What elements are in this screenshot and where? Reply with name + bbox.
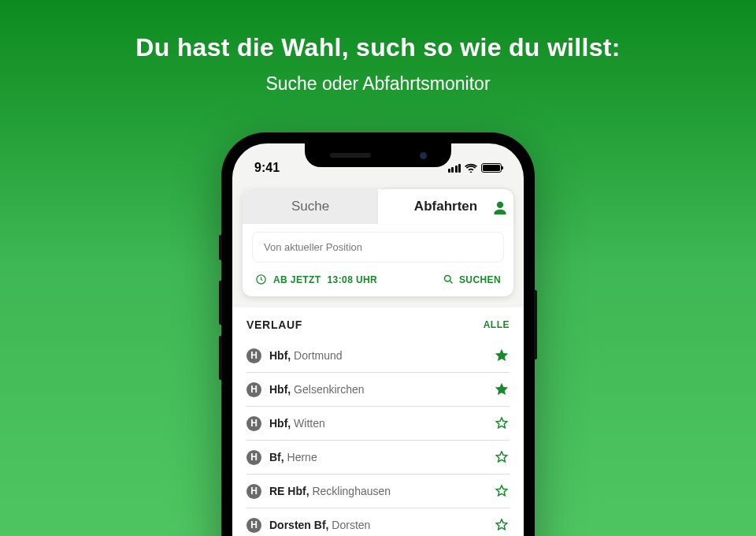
favorite-star-button[interactable]	[494, 517, 510, 533]
favorite-star-button[interactable]	[494, 483, 510, 499]
promo-headline: Du hast die Wahl, such so wie du willst:	[0, 0, 756, 62]
phone-screen: 9:41 Suche Abfahrten Von aktueller Posit…	[232, 143, 524, 536]
favorite-star-button[interactable]	[494, 348, 510, 363]
stop-badge-icon: H	[246, 518, 261, 533]
wifi-icon	[465, 163, 477, 173]
search-button-label: SUCHEN	[459, 274, 501, 285]
history-item[interactable]: HHbf, Gelsenkirchen	[246, 373, 510, 407]
favorite-star-button[interactable]	[494, 415, 510, 431]
phone-power-button	[534, 290, 537, 359]
search-icon	[443, 274, 454, 285]
svg-point-1	[444, 276, 450, 282]
history-section: VERLAUF ALLE HHbf, DortmundHHbf, Gelsenk…	[232, 307, 524, 536]
phone-volume-down	[219, 336, 222, 380]
phone-frame: 9:41 Suche Abfahrten Von aktueller Posit…	[221, 132, 535, 536]
history-title: VERLAUF	[246, 318, 302, 331]
stop-badge-icon: H	[246, 382, 261, 397]
search-card: Suche Abfahrten Von aktueller Position A…	[243, 189, 513, 296]
tab-search[interactable]: Suche	[243, 189, 378, 224]
promo-subheadline: Suche oder Abfahrtsmonitor	[0, 73, 756, 95]
history-item-label: Bf, Herne	[269, 451, 486, 463]
profile-button[interactable]	[484, 195, 516, 221]
favorite-star-button[interactable]	[494, 449, 510, 465]
history-item[interactable]: HHbf, Dortmund	[246, 339, 510, 373]
time-selector[interactable]: AB JETZT 13:08 UHR	[255, 274, 377, 285]
person-icon	[492, 200, 508, 216]
history-item-label: RE Hbf, Recklinghausen	[269, 485, 486, 497]
clock-icon	[255, 274, 267, 285]
signal-icon	[448, 164, 461, 173]
phone-volume-up	[219, 281, 222, 325]
history-item-label: Hbf, Witten	[269, 417, 486, 430]
time-value: 13:08 UHR	[328, 274, 378, 285]
stop-badge-icon: H	[246, 348, 261, 363]
history-item-label: Hbf, Dortmund	[269, 349, 486, 362]
phone-mute-switch	[219, 235, 222, 260]
history-item[interactable]: HHbf, Witten	[246, 407, 510, 441]
search-button[interactable]: SUCHEN	[443, 274, 501, 285]
history-item[interactable]: HBf, Herne	[246, 441, 510, 475]
history-item-label: Hbf, Gelsenkirchen	[269, 383, 486, 396]
phone-notch	[305, 143, 451, 167]
stop-badge-icon: H	[246, 484, 261, 499]
from-now-label: AB JETZT	[273, 274, 321, 285]
stop-badge-icon: H	[246, 450, 261, 465]
location-input[interactable]: Von aktueller Position	[252, 232, 504, 262]
favorite-star-button[interactable]	[494, 382, 510, 397]
battery-icon	[481, 163, 502, 173]
history-item[interactable]: HRE Hbf, Recklinghausen	[246, 475, 510, 508]
stop-badge-icon: H	[246, 416, 261, 431]
history-all-button[interactable]: ALLE	[484, 319, 510, 330]
history-item-label: Dorsten Bf, Dorsten	[269, 519, 486, 531]
history-item[interactable]: HDorsten Bf, Dorsten	[246, 508, 510, 536]
status-time: 9:41	[254, 161, 280, 175]
